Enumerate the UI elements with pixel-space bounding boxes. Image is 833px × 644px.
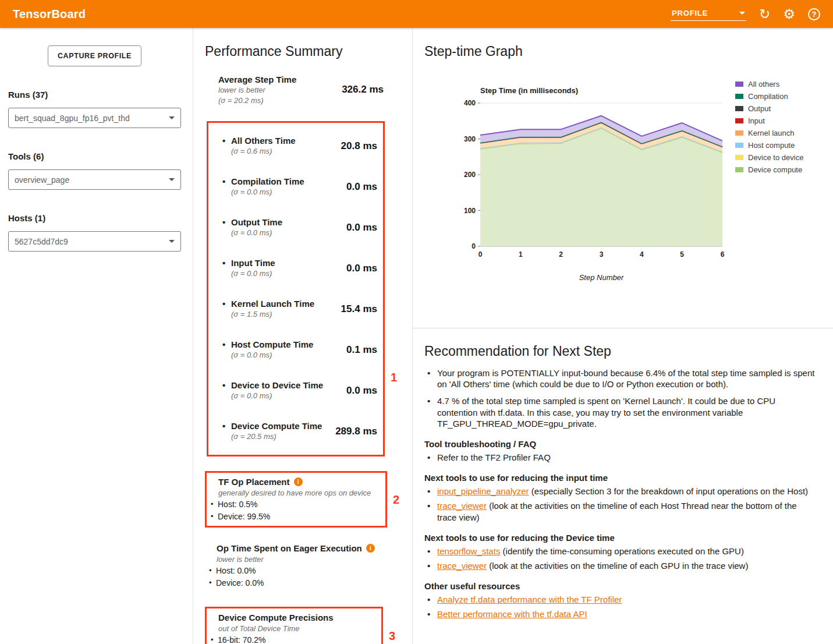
recommendation-bullet-input-bound: Your program is POTENTIALLY input-bound … bbox=[424, 367, 816, 390]
topbar: TensorBoard PROFILE ↻ ⚙ ? bbox=[0, 0, 833, 28]
svg-text:3: 3 bbox=[600, 250, 604, 259]
legend-swatch-icon bbox=[735, 106, 743, 111]
info-icon[interactable]: i bbox=[294, 477, 303, 486]
legend-label: Device compute bbox=[748, 165, 802, 174]
app-title: TensorBoard bbox=[13, 8, 86, 21]
info-icon[interactable]: i bbox=[366, 544, 375, 553]
eager-host-percent: Host: 0.0% bbox=[208, 566, 386, 576]
chevron-down-icon bbox=[169, 116, 175, 119]
annotation-box-1: All Others Time (σ = 0.6 ms) 20.8 ms Com… bbox=[207, 121, 385, 457]
metric-value: 326.2 ms bbox=[342, 84, 386, 95]
chevron-down-icon bbox=[169, 178, 175, 181]
svg-text:2: 2 bbox=[559, 250, 563, 259]
legend-item: Device compute bbox=[735, 164, 803, 176]
bullet-text: (look at the activities on the timeline … bbox=[487, 561, 748, 571]
chart-x-axis-label: Step Number bbox=[480, 273, 722, 282]
step-time-chart-area: Step Time (in milliseconds) 010020030040… bbox=[455, 86, 728, 282]
metric-device-compute-time: Device Compute Time (σ = 20.5 ms) 289.8 … bbox=[208, 411, 380, 452]
performance-summary-panel: Performance Summary Average Step Time lo… bbox=[193, 28, 413, 644]
metric-name: Device to Device Time bbox=[231, 380, 346, 390]
recommendation-section: Recommendation for Next Step Your progra… bbox=[413, 344, 833, 620]
legend-item: Device to device bbox=[735, 151, 803, 164]
legend-swatch-icon bbox=[735, 82, 743, 87]
metric-subtext: lower is better bbox=[218, 86, 342, 95]
input-tools-bullet: trace_viewer (look at the activities on … bbox=[424, 500, 816, 522]
metric-sigma: (σ = 0.0 ms) bbox=[231, 351, 346, 360]
tools-select[interactable]: overview_page bbox=[8, 169, 181, 190]
tf-op-placement-title: TF Op Placement bbox=[218, 477, 290, 487]
chart-title: Step Time (in milliseconds) bbox=[480, 86, 728, 95]
trace-viewer-link[interactable]: trace_viewer bbox=[437, 501, 487, 511]
metric-name: Host Compute Time bbox=[231, 339, 346, 349]
svg-text:300: 300 bbox=[464, 135, 476, 143]
performance-summary-list: Average Step Time lower is better (σ = 2… bbox=[205, 75, 386, 644]
legend-label: Device to device bbox=[748, 153, 803, 162]
metric-host-compute-time: Host Compute Time (σ = 0.0 ms) 0.1 ms bbox=[208, 330, 380, 370]
dashboard-selector-value: PROFILE bbox=[672, 9, 708, 17]
hosts-select-value: 5627c5dd7dc9 bbox=[15, 237, 68, 246]
step-time-graph-section: Step-time Graph Step Time (in millisecon… bbox=[413, 44, 833, 328]
metric-device-to-device-time: Device to Device Time (σ = 0.0 ms) 0.0 m… bbox=[208, 370, 380, 411]
legend-swatch-icon bbox=[735, 167, 743, 172]
trace-viewer-link[interactable]: trace_viewer bbox=[437, 561, 487, 571]
metric-value: 20.8 ms bbox=[341, 140, 380, 152]
metric-sigma: (σ = 0.6 ms) bbox=[231, 147, 341, 156]
legend-swatch-icon bbox=[735, 130, 743, 136]
topbar-actions: PROFILE ↻ ⚙ ? bbox=[671, 8, 820, 21]
annotation-box-2: TF Op Placement i generally desired to h… bbox=[205, 471, 387, 528]
chevron-down-icon bbox=[169, 240, 175, 243]
tools-select-value: overview_page bbox=[15, 175, 69, 185]
legend-item: Input bbox=[735, 115, 803, 127]
legend-item: All others bbox=[735, 78, 803, 90]
metric-sigma: (σ = 1.5 ms) bbox=[231, 310, 341, 319]
svg-text:0: 0 bbox=[478, 250, 483, 259]
tf-op-device-percent: Device: 99.5% bbox=[210, 512, 380, 522]
metric-name: Device Compute Time bbox=[231, 421, 335, 431]
tfdata-performance-link[interactable]: Analyze tf.data performance with the TF … bbox=[437, 595, 622, 604]
metric-name: All Others Time bbox=[231, 136, 341, 146]
metric-sigma: (σ = 0.0 ms) bbox=[231, 188, 346, 197]
dashboard-selector[interactable]: PROFILE bbox=[671, 8, 746, 21]
input-pipeline-analyzer-link[interactable]: input_pipeline_analyzer bbox=[437, 486, 529, 496]
metric-name: Average Step Time bbox=[218, 75, 342, 84]
legend-swatch-icon bbox=[735, 155, 743, 160]
metric-value: 0.0 ms bbox=[346, 181, 380, 193]
metric-value: 0.0 ms bbox=[346, 385, 380, 397]
input-tools-bullet: input_pipeline_analyzer (especially Sect… bbox=[424, 486, 816, 497]
hosts-label: Hosts (1) bbox=[8, 213, 181, 223]
legend-label: Host compute bbox=[748, 141, 795, 150]
resource-bullet: Better performance with the tf.data API bbox=[424, 608, 816, 620]
svg-text:1: 1 bbox=[519, 250, 523, 259]
resource-bullet: Analyze tf.data performance with the TF … bbox=[424, 594, 816, 605]
legend-label: Input bbox=[748, 116, 765, 125]
annotation-box-3: Device Compute Precisions out of Total D… bbox=[205, 607, 383, 644]
metric-kernel-launch-time: Kernel Launch Time (σ = 1.5 ms) 15.4 ms bbox=[208, 289, 380, 330]
eager-execution-block: Op Time Spent on Eager Execution i lower… bbox=[205, 543, 386, 588]
capture-profile-button[interactable]: CAPTURE PROFILE bbox=[48, 45, 141, 66]
annotation-label-1: 1 bbox=[391, 371, 397, 384]
gear-icon[interactable]: ⚙ bbox=[783, 8, 795, 21]
annotation-label-2: 2 bbox=[393, 493, 399, 506]
tools-group: Tools (6) overview_page bbox=[8, 151, 181, 190]
metric-average-step-time: Average Step Time lower is better (σ = 2… bbox=[205, 75, 386, 105]
svg-text:0: 0 bbox=[472, 242, 476, 250]
refresh-icon[interactable]: ↻ bbox=[759, 8, 770, 21]
faq-bullet: Refer to the TF2 Profiler FAQ bbox=[424, 452, 816, 463]
legend-item: Compilation bbox=[735, 90, 803, 102]
tfdata-api-link[interactable]: Better performance with the tf.data API bbox=[437, 609, 587, 619]
metric-value: 15.4 ms bbox=[341, 303, 380, 315]
metric-sigma: (σ = 20.2 ms) bbox=[218, 97, 342, 105]
help-icon[interactable]: ? bbox=[808, 8, 820, 20]
metric-output-time: Output Time (σ = 0.0 ms) 0.0 ms bbox=[208, 207, 380, 248]
tf-op-host-percent: Host: 0.5% bbox=[210, 500, 380, 509]
metric-sigma: (σ = 0.0 ms) bbox=[231, 270, 346, 278]
metric-input-time: Input Time (σ = 0.0 ms) 0.0 ms bbox=[208, 248, 380, 289]
faq-heading: Tool troubleshooting / FAQ bbox=[424, 439, 821, 449]
hosts-select[interactable]: 5627c5dd7dc9 bbox=[8, 231, 181, 252]
tensorflow-stats-link[interactable]: tensorflow_stats bbox=[437, 546, 500, 556]
eager-execution-title: Op Time Spent on Eager Execution bbox=[217, 543, 362, 553]
runs-select[interactable]: bert_squad_8gpu_fp16_pvt_thd bbox=[8, 108, 181, 128]
device-tools-heading: Next tools to use for reducing the Devic… bbox=[424, 533, 821, 543]
metric-value: 0.0 ms bbox=[346, 263, 380, 274]
svg-text:6: 6 bbox=[721, 250, 725, 259]
